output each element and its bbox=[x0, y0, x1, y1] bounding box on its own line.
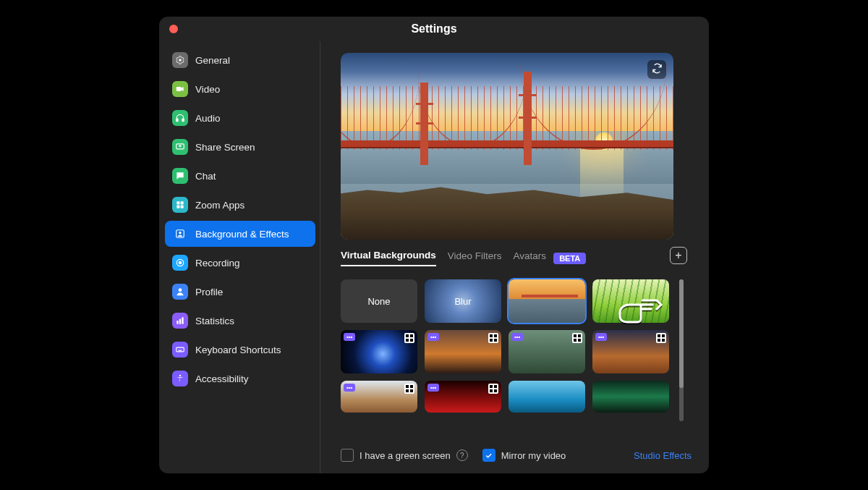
settings-window: Settings GeneralVideoAudioShare ScreenCh… bbox=[159, 17, 709, 473]
sidebar-item-label: Keyboard Shortcuts bbox=[195, 345, 281, 355]
sidebar-item-label: Video bbox=[195, 84, 220, 95]
svg-rect-8 bbox=[181, 206, 184, 208]
tile-label: None bbox=[367, 296, 390, 307]
beta-badge: BETA bbox=[553, 253, 586, 264]
background-tile-golden-gate-bridge[interactable] bbox=[509, 279, 585, 323]
background-tile-tropical-beach[interactable] bbox=[509, 381, 585, 413]
tile-provider-badge: ••• bbox=[511, 333, 523, 341]
mirror-video-checkbox[interactable] bbox=[482, 449, 495, 462]
background-tile-mosque[interactable]: ••• bbox=[341, 381, 417, 413]
tile-provider-badge: ••• bbox=[427, 384, 439, 392]
qr-icon bbox=[404, 333, 414, 343]
sidebar-item-keyboard-shortcuts[interactable]: Keyboard Shortcuts bbox=[165, 337, 315, 363]
green-screen-checkbox[interactable] bbox=[341, 449, 354, 462]
background-tile-sunset-horizon[interactable]: ••• bbox=[425, 330, 501, 373]
qr-icon bbox=[488, 384, 498, 394]
sidebar-item-label: Profile bbox=[195, 287, 223, 297]
svg-rect-5 bbox=[176, 201, 179, 204]
svg-rect-16 bbox=[182, 317, 183, 324]
sidebar-item-label: Chat bbox=[195, 171, 216, 182]
background-tile-city-dusk[interactable]: ••• bbox=[592, 330, 669, 373]
svg-rect-7 bbox=[176, 206, 179, 208]
settings-main: Virtual BackgroundsVideo FiltersAvatars … bbox=[320, 41, 709, 473]
sidebar-item-general[interactable]: General bbox=[165, 47, 315, 73]
rotate-camera-button[interactable] bbox=[647, 60, 666, 79]
sidebar-item-background-effects[interactable]: Background & Effects bbox=[165, 221, 315, 247]
effects-tabs: Virtual BackgroundsVideo FiltersAvatars … bbox=[341, 250, 692, 266]
apps-icon bbox=[172, 197, 188, 213]
qr-icon bbox=[656, 333, 666, 343]
tab-video-filters[interactable]: Video Filters bbox=[448, 250, 502, 266]
info-icon[interactable]: ? bbox=[456, 449, 468, 461]
tile-provider-badge: ••• bbox=[344, 384, 355, 392]
tile-provider-badge: ••• bbox=[344, 333, 355, 341]
add-background-button[interactable]: + bbox=[670, 247, 687, 264]
background-tile-grass[interactable] bbox=[592, 279, 669, 323]
camera-icon bbox=[172, 81, 188, 97]
background-tile-misty-valley[interactable]: ••• bbox=[509, 330, 585, 373]
qr-icon bbox=[488, 333, 498, 343]
svg-point-0 bbox=[179, 59, 182, 62]
background-tile-red-hall[interactable]: ••• bbox=[425, 381, 501, 413]
tile-provider-badge: ••• bbox=[595, 333, 607, 341]
svg-rect-15 bbox=[179, 319, 181, 324]
titlebar: Settings bbox=[159, 17, 709, 41]
sidebar-item-label: Share Screen bbox=[195, 142, 255, 153]
sidebar-item-label: General bbox=[195, 55, 230, 66]
svg-rect-14 bbox=[176, 321, 178, 324]
user-icon bbox=[172, 284, 188, 300]
svg-rect-2 bbox=[176, 119, 178, 122]
green-screen-label: I have a green screen bbox=[359, 450, 451, 461]
sidebar-item-video[interactable]: Video bbox=[165, 76, 315, 102]
sidebar-item-statistics[interactable]: Statistics bbox=[165, 308, 315, 334]
sidebar-item-audio[interactable]: Audio bbox=[165, 105, 315, 131]
background-tile-blur[interactable]: Blur bbox=[425, 279, 501, 323]
svg-point-10 bbox=[179, 232, 182, 235]
sidebar-item-share-screen[interactable]: Share Screen bbox=[165, 134, 315, 160]
scrollbar-thumb[interactable] bbox=[679, 279, 684, 388]
studio-effects-link[interactable]: Studio Effects bbox=[634, 450, 692, 461]
background-grid: NoneBlur•••••••••••••••••• bbox=[341, 279, 669, 421]
accessibility-icon bbox=[172, 371, 188, 386]
svg-point-18 bbox=[179, 375, 181, 376]
sidebar-item-chat[interactable]: Chat bbox=[165, 163, 315, 189]
person-icon bbox=[172, 226, 188, 242]
sidebar-item-label: Zoom Apps bbox=[195, 200, 244, 211]
sidebar-item-label: Recording bbox=[195, 258, 240, 269]
svg-rect-3 bbox=[182, 119, 184, 122]
settings-sidebar: GeneralVideoAudioShare ScreenChatZoom Ap… bbox=[159, 41, 320, 473]
green-screen-option[interactable]: I have a green screen ? bbox=[341, 449, 468, 462]
sidebar-item-recording[interactable]: Recording bbox=[165, 250, 315, 276]
background-tile-earth-space[interactable]: ••• bbox=[341, 330, 417, 373]
mirror-video-option[interactable]: Mirror my video bbox=[482, 449, 566, 462]
headphones-icon bbox=[172, 110, 188, 126]
tile-label: Blur bbox=[454, 296, 471, 307]
close-window-button[interactable] bbox=[169, 25, 178, 33]
sidebar-item-zoom-apps[interactable]: Zoom Apps bbox=[165, 192, 315, 218]
tile-provider-badge: ••• bbox=[427, 333, 439, 341]
keyboard-icon bbox=[172, 342, 188, 358]
background-tile-aurora[interactable] bbox=[592, 381, 669, 413]
effects-footer: I have a green screen ? Mirror my video … bbox=[341, 439, 692, 473]
sidebar-item-label: Background & Effects bbox=[195, 229, 289, 240]
sidebar-item-label: Statistics bbox=[195, 316, 234, 326]
tab-virtual-backgrounds[interactable]: Virtual Backgrounds bbox=[341, 250, 436, 266]
qr-icon bbox=[404, 384, 414, 394]
background-scrollbar[interactable] bbox=[679, 279, 684, 421]
record-icon bbox=[172, 255, 188, 271]
svg-rect-1 bbox=[176, 87, 182, 91]
sidebar-item-label: Accessibility bbox=[195, 373, 249, 384]
window-controls bbox=[169, 25, 178, 33]
background-tile-none[interactable]: None bbox=[341, 279, 417, 323]
screen-icon bbox=[172, 139, 188, 155]
sidebar-item-profile[interactable]: Profile bbox=[165, 279, 315, 305]
tab-avatars[interactable]: Avatars bbox=[514, 250, 547, 266]
sidebar-item-label: Audio bbox=[195, 113, 221, 124]
video-preview bbox=[341, 53, 673, 240]
stats-icon bbox=[172, 313, 188, 329]
svg-rect-6 bbox=[181, 201, 184, 204]
sidebar-item-accessibility[interactable]: Accessibility bbox=[165, 366, 315, 392]
chat-icon bbox=[172, 168, 188, 184]
svg-rect-17 bbox=[176, 347, 184, 352]
window-title: Settings bbox=[411, 22, 456, 35]
